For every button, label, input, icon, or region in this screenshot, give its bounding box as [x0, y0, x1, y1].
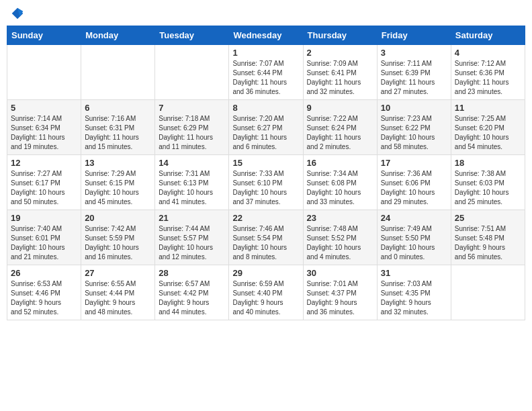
day-number: 17	[381, 158, 447, 168]
day-number: 22	[232, 213, 299, 223]
calendar-cell: 12Sunrise: 7:27 AM Sunset: 6:17 PM Dayli…	[7, 155, 81, 210]
logo	[9, 7, 24, 20]
day-info: Sunrise: 7:29 AM Sunset: 6:15 PM Dayligh…	[85, 169, 151, 207]
calendar-cell: 17Sunrise: 7:36 AM Sunset: 6:06 PM Dayli…	[377, 155, 451, 210]
calendar-header-row: SundayMondayTuesdayWednesdayThursdayFrid…	[7, 26, 525, 45]
calendar-cell: 16Sunrise: 7:34 AM Sunset: 6:08 PM Dayli…	[303, 155, 377, 210]
calendar-cell: 1Sunrise: 7:07 AM Sunset: 6:44 PM Daylig…	[229, 45, 303, 100]
day-number: 4	[455, 48, 521, 58]
day-info: Sunrise: 7:22 AM Sunset: 6:24 PM Dayligh…	[307, 114, 373, 152]
day-info: Sunrise: 7:23 AM Sunset: 6:22 PM Dayligh…	[381, 114, 447, 152]
weekday-header-thursday: Thursday	[303, 26, 377, 45]
calendar-cell: 2Sunrise: 7:09 AM Sunset: 6:41 PM Daylig…	[303, 45, 377, 100]
day-number: 19	[11, 213, 77, 223]
day-number: 2	[307, 48, 373, 58]
day-number: 25	[455, 213, 521, 223]
calendar-week-4: 19Sunrise: 7:40 AM Sunset: 6:01 PM Dayli…	[7, 210, 525, 265]
calendar-cell: 6Sunrise: 7:16 AM Sunset: 6:31 PM Daylig…	[81, 100, 155, 155]
day-info: Sunrise: 7:38 AM Sunset: 6:03 PM Dayligh…	[455, 169, 521, 207]
calendar-week-3: 12Sunrise: 7:27 AM Sunset: 6:17 PM Dayli…	[7, 155, 525, 210]
calendar-cell: 8Sunrise: 7:20 AM Sunset: 6:27 PM Daylig…	[229, 100, 303, 155]
day-number: 23	[307, 213, 373, 223]
day-number: 28	[159, 268, 225, 278]
day-number: 7	[159, 103, 225, 113]
day-info: Sunrise: 7:01 AM Sunset: 4:37 PM Dayligh…	[307, 279, 373, 317]
day-number: 30	[307, 268, 373, 278]
day-info: Sunrise: 6:59 AM Sunset: 4:40 PM Dayligh…	[232, 279, 299, 317]
day-info: Sunrise: 7:25 AM Sunset: 6:20 PM Dayligh…	[455, 114, 521, 152]
day-info: Sunrise: 7:11 AM Sunset: 6:39 PM Dayligh…	[381, 59, 447, 97]
calendar-cell: 18Sunrise: 7:38 AM Sunset: 6:03 PM Dayli…	[451, 155, 525, 210]
day-number: 12	[11, 158, 77, 168]
calendar-cell	[451, 265, 525, 320]
calendar-cell: 30Sunrise: 7:01 AM Sunset: 4:37 PM Dayli…	[303, 265, 377, 320]
day-info: Sunrise: 7:16 AM Sunset: 6:31 PM Dayligh…	[85, 114, 151, 152]
page-header	[7, 7, 525, 20]
calendar-cell: 28Sunrise: 6:57 AM Sunset: 4:42 PM Dayli…	[155, 265, 229, 320]
day-number: 10	[381, 103, 447, 113]
day-number: 16	[307, 158, 373, 168]
day-info: Sunrise: 6:55 AM Sunset: 4:44 PM Dayligh…	[85, 279, 151, 317]
day-info: Sunrise: 7:18 AM Sunset: 6:29 PM Dayligh…	[159, 114, 225, 152]
day-number: 29	[232, 268, 299, 278]
calendar-cell: 20Sunrise: 7:42 AM Sunset: 5:59 PM Dayli…	[81, 210, 155, 265]
calendar-cell: 26Sunrise: 6:53 AM Sunset: 4:46 PM Dayli…	[7, 265, 81, 320]
calendar-cell: 23Sunrise: 7:48 AM Sunset: 5:52 PM Dayli…	[303, 210, 377, 265]
day-number: 24	[381, 213, 447, 223]
calendar-cell: 29Sunrise: 6:59 AM Sunset: 4:40 PM Dayli…	[229, 265, 303, 320]
calendar-cell: 22Sunrise: 7:46 AM Sunset: 5:54 PM Dayli…	[229, 210, 303, 265]
logo-icon	[11, 7, 24, 20]
day-number: 18	[455, 158, 521, 168]
day-info: Sunrise: 7:48 AM Sunset: 5:52 PM Dayligh…	[307, 224, 373, 262]
calendar-week-2: 5Sunrise: 7:14 AM Sunset: 6:34 PM Daylig…	[7, 100, 525, 155]
day-info: Sunrise: 7:14 AM Sunset: 6:34 PM Dayligh…	[11, 114, 77, 152]
calendar-cell: 31Sunrise: 7:03 AM Sunset: 4:35 PM Dayli…	[377, 265, 451, 320]
day-number: 14	[159, 158, 225, 168]
day-info: Sunrise: 6:57 AM Sunset: 4:42 PM Dayligh…	[159, 279, 225, 317]
day-info: Sunrise: 7:51 AM Sunset: 5:48 PM Dayligh…	[455, 224, 521, 262]
calendar-week-1: 1Sunrise: 7:07 AM Sunset: 6:44 PM Daylig…	[7, 45, 525, 100]
day-number: 31	[381, 268, 447, 278]
day-number: 15	[232, 158, 299, 168]
day-info: Sunrise: 6:53 AM Sunset: 4:46 PM Dayligh…	[11, 279, 77, 317]
day-info: Sunrise: 7:40 AM Sunset: 6:01 PM Dayligh…	[11, 224, 77, 262]
calendar-cell: 5Sunrise: 7:14 AM Sunset: 6:34 PM Daylig…	[7, 100, 81, 155]
calendar-week-5: 26Sunrise: 6:53 AM Sunset: 4:46 PM Dayli…	[7, 265, 525, 320]
day-number: 13	[85, 158, 151, 168]
calendar-cell: 9Sunrise: 7:22 AM Sunset: 6:24 PM Daylig…	[303, 100, 377, 155]
calendar-cell: 21Sunrise: 7:44 AM Sunset: 5:57 PM Dayli…	[155, 210, 229, 265]
calendar-cell	[155, 45, 229, 100]
day-number: 5	[11, 103, 77, 113]
calendar-cell: 27Sunrise: 6:55 AM Sunset: 4:44 PM Dayli…	[81, 265, 155, 320]
day-number: 3	[381, 48, 447, 58]
calendar-cell: 15Sunrise: 7:33 AM Sunset: 6:10 PM Dayli…	[229, 155, 303, 210]
day-info: Sunrise: 7:09 AM Sunset: 6:41 PM Dayligh…	[307, 59, 373, 97]
calendar-cell: 11Sunrise: 7:25 AM Sunset: 6:20 PM Dayli…	[451, 100, 525, 155]
day-info: Sunrise: 7:34 AM Sunset: 6:08 PM Dayligh…	[307, 169, 373, 207]
calendar-cell: 14Sunrise: 7:31 AM Sunset: 6:13 PM Dayli…	[155, 155, 229, 210]
day-info: Sunrise: 7:12 AM Sunset: 6:36 PM Dayligh…	[455, 59, 521, 97]
day-number: 20	[85, 213, 151, 223]
day-info: Sunrise: 7:44 AM Sunset: 5:57 PM Dayligh…	[159, 224, 225, 262]
calendar-cell: 7Sunrise: 7:18 AM Sunset: 6:29 PM Daylig…	[155, 100, 229, 155]
calendar-cell: 19Sunrise: 7:40 AM Sunset: 6:01 PM Dayli…	[7, 210, 81, 265]
day-info: Sunrise: 7:33 AM Sunset: 6:10 PM Dayligh…	[232, 169, 299, 207]
calendar-cell	[81, 45, 155, 100]
day-info: Sunrise: 7:46 AM Sunset: 5:54 PM Dayligh…	[232, 224, 299, 262]
weekday-header-monday: Monday	[81, 26, 155, 45]
weekday-header-wednesday: Wednesday	[229, 26, 303, 45]
calendar-cell: 13Sunrise: 7:29 AM Sunset: 6:15 PM Dayli…	[81, 155, 155, 210]
calendar-table: SundayMondayTuesdayWednesdayThursdayFrid…	[7, 26, 525, 320]
weekday-header-friday: Friday	[377, 26, 451, 45]
weekday-header-tuesday: Tuesday	[155, 26, 229, 45]
calendar-cell: 24Sunrise: 7:49 AM Sunset: 5:50 PM Dayli…	[377, 210, 451, 265]
day-number: 11	[455, 103, 521, 113]
weekday-header-saturday: Saturday	[451, 26, 525, 45]
day-info: Sunrise: 7:42 AM Sunset: 5:59 PM Dayligh…	[85, 224, 151, 262]
day-number: 27	[85, 268, 151, 278]
day-number: 9	[307, 103, 373, 113]
day-number: 6	[85, 103, 151, 113]
calendar-cell: 25Sunrise: 7:51 AM Sunset: 5:48 PM Dayli…	[451, 210, 525, 265]
day-info: Sunrise: 7:07 AM Sunset: 6:44 PM Dayligh…	[232, 59, 299, 97]
calendar-cell: 3Sunrise: 7:11 AM Sunset: 6:39 PM Daylig…	[377, 45, 451, 100]
